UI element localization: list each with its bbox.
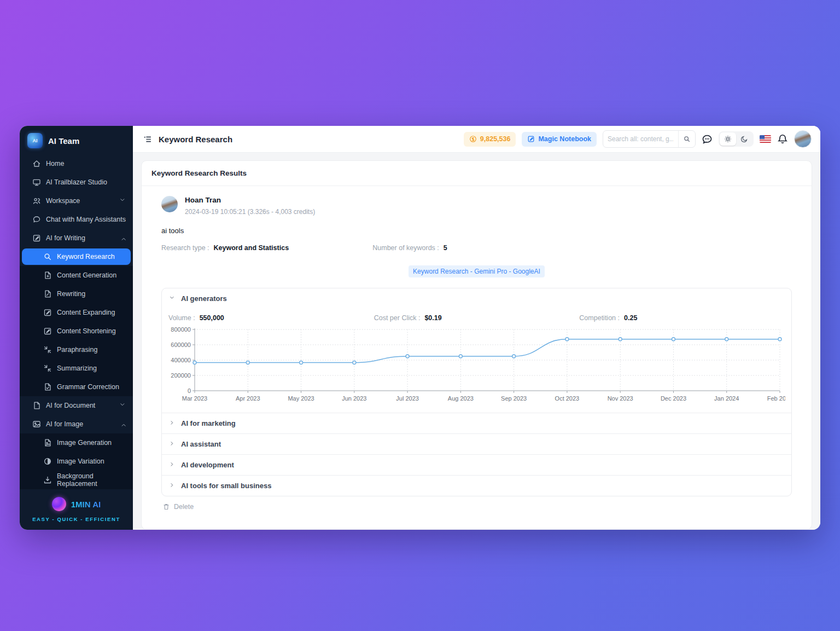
main-area: Keyword Research 9,825,536 (133, 126, 820, 530)
magic-notebook-button[interactable]: Magic Notebook (522, 132, 597, 147)
sidebar-item-content-shortening[interactable]: Content Shortening (20, 322, 133, 340)
sidebar-brand[interactable]: AI AI Team (20, 126, 133, 154)
app-window: AI AI Team HomeAI Trailblazer StudioWork… (20, 126, 820, 530)
result-timestamp: 2024-03-19 10:05:21 (3.326s - 4,003 cred… (185, 208, 315, 216)
app-logo-icon: AI (27, 133, 43, 148)
sidebar-item-ai-trailblazer-studio[interactable]: AI Trailblazer Studio (20, 173, 133, 192)
top-bar: Keyword Research 9,825,536 (133, 126, 820, 153)
results-card: Keyword Research Results Hoan Tran 2024-… (141, 160, 812, 530)
svg-text:Feb 2024: Feb 2024 (767, 395, 785, 402)
sidebar-item-ai-for-document[interactable]: AI for Document (20, 396, 133, 415)
delete-button[interactable]: Delete (162, 503, 791, 511)
sidebar-item-content-expanding[interactable]: Content Expanding (20, 303, 133, 322)
keywords-count-label: Number of keywords : (372, 244, 439, 252)
theme-toggle (719, 131, 754, 147)
sidebar-item-image-generation[interactable]: Image Generation (20, 433, 133, 452)
keyword-section-ai-for-marketing: AI for marketing (162, 413, 791, 433)
cpc-label: Cost per Click : (374, 314, 421, 322)
chevron-right-icon (170, 441, 176, 447)
result-user-row: Hoan Tran 2024-03-19 10:05:21 (3.326s - … (161, 196, 792, 216)
sidebar-item-workspace[interactable]: Workspace (20, 192, 133, 210)
svg-text:Oct 2023: Oct 2023 (555, 395, 580, 402)
notifications-bell-icon[interactable] (777, 134, 788, 144)
sidebar-item-ai-for-writing[interactable]: AI for Writing (20, 229, 133, 247)
1min-ai-logo-icon (52, 497, 66, 511)
sidebar-item-keyword-research[interactable]: Keyword Research (20, 247, 133, 266)
content-area: Keyword Research Results Hoan Tran 2024-… (133, 153, 820, 530)
sidebar-item-content-generation[interactable]: Content Generation (20, 266, 133, 285)
global-search (603, 130, 696, 148)
research-type-label: Research type : (161, 244, 209, 252)
competition-label: Competition : (579, 314, 620, 322)
keyword-section-name: AI generators (181, 294, 227, 303)
sidebar-item-home[interactable]: Home (20, 154, 133, 173)
user-avatar[interactable] (794, 130, 812, 148)
keyword-section-header-ai-development[interactable]: AI development (162, 455, 791, 475)
search-icon (43, 252, 52, 261)
chevron-down-icon (120, 198, 126, 204)
keyword-section-header-ai-tools-for-small-business[interactable]: AI tools for small business (162, 476, 791, 496)
sidebar-item-grammar-correction[interactable]: Grammar Correction (20, 378, 133, 396)
svg-text:Nov 2023: Nov 2023 (608, 395, 633, 402)
sidebar-item-image-variation[interactable]: Image Variation (20, 452, 133, 471)
language-us-flag-icon[interactable] (760, 135, 771, 143)
monitor-icon (32, 178, 41, 187)
light-mode-sun-icon[interactable] (720, 132, 736, 146)
1min-ai-brand: 1MIN AI (71, 500, 101, 509)
sidebar-item-rewriting[interactable]: Rewriting (20, 285, 133, 303)
coin-icon (469, 135, 477, 143)
search-input[interactable] (603, 135, 678, 143)
chevron-up-icon (120, 421, 126, 427)
svg-text:Sep 2023: Sep 2023 (501, 395, 527, 402)
research-meta-row: Research type : Keyword and Statistics N… (161, 244, 792, 252)
background-replace-icon (43, 476, 52, 484)
keyword-section-header-ai-for-marketing[interactable]: AI for marketing (162, 413, 791, 433)
svg-text:Jul 2023: Jul 2023 (396, 395, 419, 402)
dark-mode-moon-icon[interactable] (736, 132, 752, 146)
users-icon (32, 196, 41, 205)
svg-text:800000: 800000 (171, 326, 191, 333)
sidebar-item-background-replacement[interactable]: Background Replacement (20, 471, 133, 489)
results-card-title: Keyword Research Results (142, 161, 812, 186)
feedback-chat-icon[interactable] (702, 134, 713, 144)
search-icon[interactable] (678, 131, 695, 147)
menu-fold-icon[interactable] (143, 135, 152, 144)
model-tag[interactable]: Keyword Research - Gemini Pro - GoogleAI (409, 265, 545, 277)
file-check-icon (43, 383, 52, 391)
page-title: Keyword Research (159, 135, 232, 144)
file-image-icon (43, 438, 52, 447)
app-brand-name: AI Team (48, 136, 79, 146)
file-edit-icon (43, 290, 52, 298)
arrows-in-icon (43, 364, 52, 373)
chat-icon (32, 215, 41, 224)
pencil-square-icon (32, 234, 41, 242)
sidebar-item-paraphrasing[interactable]: Paraphrasing (20, 340, 133, 359)
keywords-count-value: 5 (444, 244, 447, 252)
svg-text:Aug 2023: Aug 2023 (448, 395, 474, 402)
credits-badge[interactable]: 9,825,536 (464, 132, 516, 147)
image-icon (32, 420, 41, 429)
arrows-in-icon (43, 345, 52, 354)
contrast-icon (43, 457, 52, 466)
sidebar-item-chat-with-many-assistants[interactable]: Chat with Many Assistants (20, 210, 133, 229)
volume-value: 550,000 (200, 314, 224, 322)
volume-trend-chart: 0200000400000600000800000Mar 2023Apr 202… (167, 324, 786, 409)
keyword-section-name: AI assistant (181, 440, 221, 448)
keyword-section-ai-assistant: AI assistant (162, 433, 791, 454)
volume-label: Volume : (168, 314, 195, 322)
sidebar-item-summarizing[interactable]: Summarizing (20, 359, 133, 378)
keyword-section-name: AI tools for small business (181, 482, 271, 490)
chevron-right-icon (170, 420, 176, 426)
chevron-down-icon (120, 402, 126, 409)
keyword-section-header-ai-generators[interactable]: AI generators (162, 288, 791, 309)
credits-count: 9,825,536 (480, 135, 511, 143)
query-text: ai tools (161, 227, 792, 235)
sidebar-item-ai-for-image[interactable]: AI for Image (20, 415, 133, 433)
chevron-right-icon (170, 462, 176, 468)
keyword-section-header-ai-assistant[interactable]: AI assistant (162, 434, 791, 454)
svg-text:Jun 2023: Jun 2023 (342, 395, 366, 402)
home-icon (32, 159, 41, 168)
sidebar-footer: 1MIN AI EASY - QUICK - EFFICIENT (20, 490, 133, 530)
competition-value: 0.25 (624, 314, 637, 322)
research-type-value: Keyword and Statistics (214, 244, 289, 252)
